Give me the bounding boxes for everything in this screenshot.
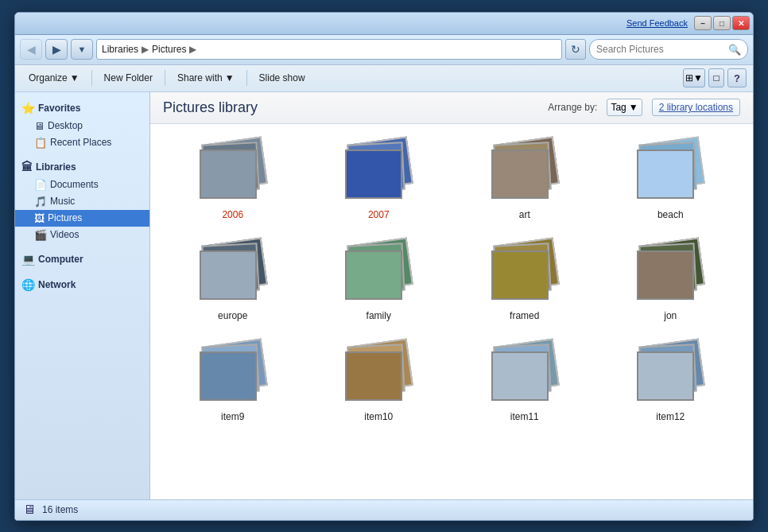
minimize-button[interactable]: – (694, 16, 712, 30)
address-path[interactable]: Libraries ▶ Pictures ▶ (96, 39, 562, 60)
arrange-label: Arrange by: (548, 102, 597, 113)
file-item-item11[interactable]: item11 (455, 336, 595, 427)
organize-label: Organize (29, 72, 68, 83)
help-button[interactable]: ? (727, 68, 747, 87)
file-label-item9: item9 (221, 411, 244, 422)
file-item-art[interactable]: art (455, 134, 595, 225)
file-item-2007[interactable]: 2007 (309, 134, 449, 225)
forward-button[interactable]: ▶ (45, 39, 68, 60)
sidebar-item-documents[interactable]: 📄 Documents (15, 177, 149, 193)
organize-button[interactable]: Organize ▼ (21, 68, 87, 88)
new-folder-button[interactable]: New Folder (97, 68, 160, 88)
status-bar: 🖥 16 items (15, 499, 753, 520)
slide-show-label: Slide show (259, 72, 305, 83)
sidebar: ⭐ Favorites 🖥 Desktop 📋 Recent Places 🏛 … (15, 92, 150, 499)
desktop-icon: 🖥 (34, 120, 45, 132)
search-input[interactable] (596, 44, 725, 55)
title-bar: Send Feedback – □ ✕ (15, 13, 753, 35)
sidebar-item-pictures[interactable]: 🖼 Pictures (15, 210, 149, 227)
libraries-label: Libraries (36, 161, 76, 173)
file-item-jon[interactable]: jon (601, 235, 741, 326)
documents-label: Documents (50, 179, 99, 190)
arrange-value: Tag (611, 102, 626, 113)
view-toggle-button[interactable]: ⊞▼ (683, 68, 705, 87)
main-window: Send Feedback – □ ✕ ◀ ▶ ▼ Libraries ▶ Pi… (14, 12, 754, 521)
file-item-europe[interactable]: europe (163, 235, 303, 326)
close-button[interactable]: ✕ (732, 16, 750, 30)
file-label-family: family (367, 310, 391, 321)
up-button[interactable]: ▼ (71, 39, 93, 60)
file-item-beach[interactable]: beach (601, 134, 741, 225)
share-with-label: Share with (177, 72, 223, 83)
file-label-europe: europe (218, 310, 247, 321)
sidebar-item-desktop[interactable]: 🖥 Desktop (15, 118, 149, 134)
network-label: Network (38, 279, 76, 290)
documents-icon: 📄 (34, 179, 47, 191)
libraries-icon: 🏛 (21, 161, 33, 173)
path-sep2: ▶ (189, 44, 196, 55)
file-label-2006: 2006 (222, 209, 243, 220)
file-label-item11: item11 (510, 411, 539, 422)
library-header: Pictures library Arrange by: Tag ▼ 2 lib… (150, 92, 753, 124)
share-chevron: ▼ (225, 72, 235, 83)
desktop-label: Desktop (48, 120, 83, 131)
search-icon: 🔍 (728, 44, 741, 56)
file-label-2007: 2007 (368, 209, 390, 220)
search-box[interactable]: 🔍 (589, 39, 748, 60)
computer-label: Computer (38, 254, 83, 265)
file-item-item10[interactable]: item10 (309, 336, 449, 427)
file-grid: 20062007artbeacheuropefamilyframedjonite… (163, 134, 740, 427)
maximize-button[interactable]: □ (713, 16, 731, 30)
file-grid-container: 20062007artbeacheuropefamilyframedjonite… (150, 124, 753, 499)
back-button[interactable]: ◀ (20, 39, 42, 60)
content-area: ⭐ Favorites 🖥 Desktop 📋 Recent Places 🏛 … (15, 92, 753, 499)
computer-header[interactable]: 💻 Computer (15, 250, 149, 269)
feedback-link[interactable]: Send Feedback (626, 18, 688, 28)
favorites-section: ⭐ Favorites 🖥 Desktop 📋 Recent Places (15, 99, 149, 151)
library-locations-button[interactable]: 2 library locations (652, 99, 740, 116)
address-bar: ◀ ▶ ▼ Libraries ▶ Pictures ▶ ↻ 🔍 (15, 35, 753, 65)
sidebar-item-recent[interactable]: 📋 Recent Places (15, 134, 149, 151)
network-header[interactable]: 🌐 Network (15, 275, 149, 294)
window-controls: – □ ✕ (694, 16, 750, 30)
file-item-item12[interactable]: item12 (601, 336, 741, 427)
new-folder-label: New Folder (104, 72, 153, 83)
file-item-family[interactable]: family (309, 235, 449, 326)
arrange-select[interactable]: Tag ▼ (607, 99, 642, 116)
share-with-button[interactable]: Share with ▼ (170, 68, 242, 88)
file-label-item10: item10 (364, 411, 393, 422)
path-libraries[interactable]: Libraries (102, 44, 138, 55)
recent-label: Recent Places (50, 137, 111, 148)
file-label-jon: jon (664, 310, 677, 321)
recent-icon: 📋 (34, 137, 47, 149)
favorites-header[interactable]: ⭐ Favorites (15, 99, 149, 118)
favorites-label: Favorites (38, 103, 80, 114)
sidebar-item-music[interactable]: 🎵 Music (15, 193, 149, 210)
sidebar-item-videos[interactable]: 🎬 Videos (15, 227, 149, 243)
details-pane-button[interactable]: □ (708, 68, 724, 87)
videos-label: Videos (50, 229, 79, 240)
libraries-header[interactable]: 🏛 Libraries (15, 157, 149, 177)
music-icon: 🎵 (34, 196, 47, 208)
organize-chevron: ▼ (70, 72, 80, 83)
network-icon: 🌐 (21, 278, 35, 291)
toolbar-separator-2 (165, 70, 165, 86)
file-item-2006[interactable]: 2006 (163, 134, 303, 225)
refresh-button[interactable]: ↻ (565, 39, 586, 60)
library-title: Pictures library (163, 99, 258, 116)
path-sep1: ▶ (142, 44, 149, 55)
file-item-framed[interactable]: framed (455, 235, 595, 326)
computer-section: 💻 Computer (15, 250, 149, 269)
file-item-item9[interactable]: item9 (163, 336, 303, 427)
toolbar-separator-1 (91, 70, 92, 86)
computer-icon: 💻 (21, 253, 35, 266)
path-pictures[interactable]: Pictures (152, 44, 186, 55)
toolbar-right: ⊞▼ □ ? (683, 68, 747, 87)
arrange-chevron: ▼ (629, 102, 638, 113)
favorites-star-icon: ⭐ (21, 102, 35, 115)
file-label-art: art (519, 209, 530, 220)
toolbar: Organize ▼ New Folder Share with ▼ Slide… (15, 65, 753, 92)
main-pane: Pictures library Arrange by: Tag ▼ 2 lib… (150, 92, 753, 499)
pictures-label: Pictures (48, 212, 82, 223)
slide-show-button[interactable]: Slide show (252, 68, 312, 88)
